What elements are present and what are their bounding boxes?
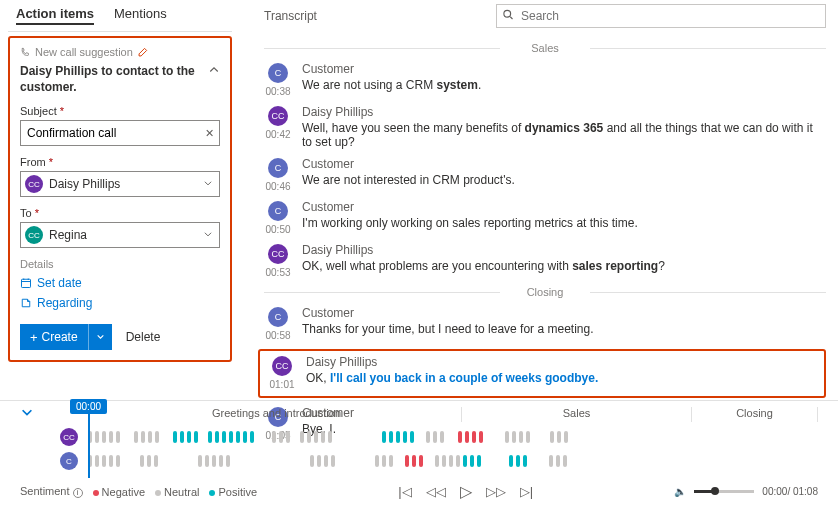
to-label: To *: [20, 207, 220, 219]
entry-time: 00:58: [265, 330, 290, 341]
create-split-icon[interactable]: [88, 324, 112, 350]
transcript-entry[interactable]: C00:46 Customer We are not interested in…: [264, 157, 826, 192]
calendar-icon: [20, 277, 32, 289]
entry-time: 00:38: [265, 86, 290, 97]
entry-time: 00:53: [265, 267, 290, 278]
sentiment-legend: Sentiment i Negative Neutral Positive: [20, 485, 257, 498]
speaker-name: Daisy Phillips: [302, 105, 826, 119]
avatar: C: [268, 63, 288, 83]
timeline: 00:00 Greetings and introduction Sales C…: [0, 400, 838, 470]
entry-text: I'm working only working on sales report…: [302, 216, 638, 230]
forward-icon[interactable]: ▷▷: [486, 484, 506, 499]
timeline-track-agent[interactable]: [88, 430, 818, 444]
transcript-entry[interactable]: C00:38 Customer We are not using a CRM s…: [264, 62, 826, 97]
entry-text: Well, have you seen the many benefits of…: [302, 121, 826, 149]
tab-mentions[interactable]: Mentions: [114, 4, 167, 25]
transcript-entry[interactable]: C00:50 Customer I'm working only working…: [264, 200, 826, 235]
section-divider-closing: Closing: [264, 286, 826, 298]
section-divider-sales: Sales: [264, 42, 826, 54]
transcript-title: Transcript: [264, 9, 317, 23]
entry-time: 00:46: [265, 181, 290, 192]
subject-label: Subject *: [20, 105, 220, 117]
entry-text: We are not interested in CRM product's.: [302, 173, 515, 187]
tab-action-items[interactable]: Action items: [16, 4, 94, 25]
transcript-entry[interactable]: CC00:42 Daisy Phillips Well, have you se…: [264, 105, 826, 149]
suggestion-label: New call suggestion: [35, 46, 133, 58]
avatar: CC: [272, 356, 292, 376]
tabs-bar: Action items Mentions: [8, 0, 232, 32]
collapse-icon[interactable]: [208, 64, 220, 79]
subject-input[interactable]: [20, 120, 220, 146]
clear-icon[interactable]: ✕: [205, 127, 214, 140]
skip-end-icon[interactable]: ▷|: [520, 484, 533, 499]
timeline-track-customer[interactable]: [88, 454, 818, 468]
search-icon: [502, 9, 514, 24]
time-display: 00:00/ 01:08: [762, 486, 818, 497]
rewind-icon[interactable]: ◁◁: [426, 484, 446, 499]
avatar: CC: [268, 244, 288, 264]
skip-start-icon[interactable]: |◁: [398, 484, 411, 499]
set-date-link[interactable]: Set date: [20, 276, 220, 290]
avatar: C: [268, 201, 288, 221]
svg-rect-0: [22, 279, 31, 287]
entry-text: OK, I'll call you back in a couple of we…: [306, 371, 598, 385]
svg-point-1: [504, 10, 511, 17]
volume-slider[interactable]: [694, 490, 754, 493]
edit-icon[interactable]: [137, 47, 148, 58]
volume-icon[interactable]: 🔈: [674, 486, 686, 497]
speaker-name: Daisy Phillips: [306, 355, 598, 369]
speaker-name: Customer: [302, 62, 481, 76]
transcript-entry[interactable]: C00:58 Customer Thanks for your time, bu…: [264, 306, 826, 341]
entry-time: 01:01: [269, 379, 294, 390]
action-title: Daisy Phillips to contact to the custome…: [20, 64, 200, 95]
details-label: Details: [20, 258, 220, 270]
playhead[interactable]: 00:00: [70, 399, 107, 478]
transcript-entry[interactable]: CC00:53 Dasiy Phillips OK, well what pro…: [264, 243, 826, 278]
search-input[interactable]: [496, 4, 826, 28]
phase-greetings: Greetings and introduction: [92, 407, 462, 422]
entry-text: Thanks for your time, but I need to leav…: [302, 322, 594, 336]
avatar: CC: [25, 226, 43, 244]
entry-time: 00:42: [265, 129, 290, 140]
avatar: C: [268, 307, 288, 327]
regarding-link[interactable]: Regarding: [20, 296, 220, 310]
speaker-name: Customer: [302, 306, 594, 320]
entry-text: OK, well what problems are you encounter…: [302, 259, 665, 273]
chevron-down-icon[interactable]: [203, 229, 213, 241]
speaker-name: Customer: [302, 200, 638, 214]
create-button[interactable]: + Create: [20, 324, 112, 350]
play-icon[interactable]: ▷: [460, 482, 472, 501]
entry-time: 00:50: [265, 224, 290, 235]
phase-sales: Sales: [462, 407, 692, 422]
speaker-name: Customer: [302, 157, 515, 171]
from-input[interactable]: CC Daisy Phillips: [20, 171, 220, 197]
phone-icon: [20, 47, 31, 58]
entry-text: We are not using a CRM system.: [302, 78, 481, 92]
delete-link[interactable]: Delete: [126, 330, 161, 344]
from-label: From *: [20, 156, 220, 168]
avatar: CC: [268, 106, 288, 126]
speaker-name: Dasiy Phillips: [302, 243, 665, 257]
action-item-card: New call suggestion Daisy Phillips to co…: [8, 36, 232, 362]
chevron-down-icon[interactable]: [203, 178, 213, 190]
avatar: C: [268, 158, 288, 178]
chevron-down-icon[interactable]: [20, 405, 34, 422]
transcript-entry[interactable]: CC01:01 Daisy Phillips OK, I'll call you…: [264, 349, 826, 398]
regarding-icon: [20, 297, 32, 309]
avatar: CC: [25, 175, 43, 193]
phase-closing: Closing: [692, 407, 818, 422]
to-input[interactable]: CC Regina: [20, 222, 220, 248]
